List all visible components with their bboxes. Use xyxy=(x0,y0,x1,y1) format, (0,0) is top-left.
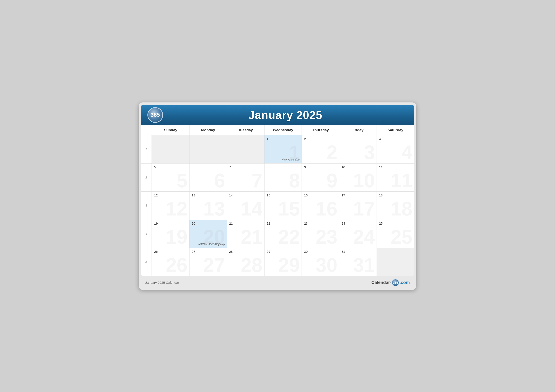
date-number: 5 xyxy=(154,165,187,169)
date-number: 10 xyxy=(342,165,374,169)
cal-cell-week3-day6[interactable]: 1818 xyxy=(377,192,414,220)
date-number: 31 xyxy=(342,250,374,253)
date-number: 4 xyxy=(379,137,412,141)
week-number-1: 1 xyxy=(141,135,152,163)
footer-brand-before: Calendar- xyxy=(371,280,391,285)
cal-cell-week4-day0[interactable]: 1919 xyxy=(152,220,189,248)
footer-brand-after: .com xyxy=(400,280,410,285)
cal-cell-week2-day3[interactable]: 88 xyxy=(264,163,302,192)
date-number: 20 xyxy=(192,221,225,225)
cal-cell-week1-day0[interactable] xyxy=(152,135,189,163)
week-number-5: 5 xyxy=(141,248,152,276)
date-number: 7 xyxy=(229,165,262,169)
holiday-label: New Year's Day xyxy=(282,158,300,161)
cal-cell-week2-day4[interactable]: 99 xyxy=(302,163,339,192)
watermark: 27 xyxy=(203,255,225,275)
week-number-4: 4 xyxy=(141,220,152,248)
cal-cell-week5-day0[interactable]: 2626 xyxy=(152,248,189,276)
watermark: 17 xyxy=(353,199,375,219)
cal-cell-week5-day5[interactable]: 3131 xyxy=(339,248,377,276)
cal-cell-week2-day1[interactable]: 66 xyxy=(189,163,227,192)
watermark: 24 xyxy=(353,227,375,247)
date-number: 28 xyxy=(229,250,262,253)
date-number: 14 xyxy=(229,193,262,197)
date-number: 29 xyxy=(267,250,299,253)
watermark: 26 xyxy=(166,255,188,275)
cal-cell-week2-day2[interactable]: 77 xyxy=(227,163,264,192)
cal-cell-week4-day2[interactable]: 2121 xyxy=(227,220,264,248)
watermark: 8 xyxy=(289,171,300,190)
watermark: 21 xyxy=(241,227,262,247)
watermark: 30 xyxy=(316,255,337,275)
date-number: 6 xyxy=(192,165,225,169)
date-number: 8 xyxy=(267,165,299,169)
cal-cell-week5-day3[interactable]: 2929 xyxy=(264,248,302,276)
cal-cell-week4-day5[interactable]: 2424 xyxy=(339,220,377,248)
date-number: 23 xyxy=(304,221,337,225)
cal-cell-week1-day2[interactable] xyxy=(227,135,264,163)
cal-cell-week3-day2[interactable]: 1414 xyxy=(227,192,264,220)
logo-circle: 365 xyxy=(147,107,163,123)
date-number: 24 xyxy=(342,221,374,225)
footer-brand: Calendar- 365 .com xyxy=(371,279,410,286)
watermark: 10 xyxy=(353,171,375,190)
watermark: 7 xyxy=(252,171,263,190)
cal-cell-week5-day6[interactable] xyxy=(377,248,414,276)
watermark: 13 xyxy=(203,199,225,219)
cal-cell-week2-day6[interactable]: 1111 xyxy=(377,163,414,192)
watermark: 9 xyxy=(327,171,337,190)
footer-brand-number: 365 xyxy=(392,279,399,286)
day-headers-row: Sunday Monday Tuesday Wednesday Thursday… xyxy=(141,125,414,135)
watermark: 19 xyxy=(166,227,188,247)
cal-cell-week1-day1[interactable] xyxy=(189,135,227,163)
cal-cell-week1-day5[interactable]: 33 xyxy=(339,135,377,163)
date-number: 18 xyxy=(379,193,412,197)
cal-cell-week5-day2[interactable]: 2828 xyxy=(227,248,264,276)
calendar-container: 365 January 2025 Sunday Monday Tuesday W… xyxy=(139,102,416,290)
watermark: 23 xyxy=(316,227,337,247)
cal-cell-week3-day4[interactable]: 1616 xyxy=(302,192,339,220)
day-header-wednesday: Wednesday xyxy=(264,125,302,135)
week-number-2: 2 xyxy=(141,163,152,192)
cal-cell-week3-day5[interactable]: 1717 xyxy=(339,192,377,220)
cal-cell-week5-day4[interactable]: 3030 xyxy=(302,248,339,276)
cal-cell-week3-day1[interactable]: 1313 xyxy=(189,192,227,220)
week-number-3: 3 xyxy=(141,192,152,220)
watermark: 16 xyxy=(316,199,337,219)
date-number: 27 xyxy=(192,250,225,253)
cal-cell-week5-day1[interactable]: 2727 xyxy=(189,248,227,276)
cal-cell-week3-day3[interactable]: 1515 xyxy=(264,192,302,220)
cal-cell-week2-day0[interactable]: 55 xyxy=(152,163,189,192)
cal-cell-week3-day0[interactable]: 1212 xyxy=(152,192,189,220)
holiday-label: Martin Luther King Day xyxy=(198,242,225,246)
cal-cell-week2-day5[interactable]: 1010 xyxy=(339,163,377,192)
week-num-header-spacer xyxy=(141,125,152,135)
date-number: 1 xyxy=(267,137,299,141)
day-header-tuesday: Tuesday xyxy=(227,125,264,135)
calendar-title: January 2025 xyxy=(163,108,408,121)
cal-cell-week1-day4[interactable]: 22 xyxy=(302,135,339,163)
cal-cell-week1-day6[interactable]: 44 xyxy=(377,135,414,163)
footer-left-text: January 2025 Calendar xyxy=(145,281,179,284)
cal-cell-week4-day6[interactable]: 2525 xyxy=(377,220,414,248)
watermark: 18 xyxy=(391,199,412,219)
day-header-friday: Friday xyxy=(339,125,377,135)
date-number: 16 xyxy=(304,193,337,197)
date-number: 17 xyxy=(342,193,374,197)
footer: January 2025 Calendar Calendar- 365 .com xyxy=(141,276,414,288)
watermark: 22 xyxy=(278,227,300,247)
cal-cell-week1-day3[interactable]: 1New Year's Day1 xyxy=(264,135,302,163)
date-number: 3 xyxy=(342,137,374,141)
date-number: 22 xyxy=(267,221,299,225)
date-number: 15 xyxy=(267,193,299,197)
date-number: 12 xyxy=(154,193,187,197)
cal-cell-week4-day1[interactable]: 20Martin Luther King Day20 xyxy=(189,220,227,248)
logo-text: 365 xyxy=(150,112,160,118)
calendar-grid: 11New Year's Day122334425566778899101011… xyxy=(141,135,414,276)
cal-cell-week4-day3[interactable]: 2222 xyxy=(264,220,302,248)
calendar-body: Sunday Monday Tuesday Wednesday Thursday… xyxy=(141,125,414,276)
cal-cell-week4-day4[interactable]: 2323 xyxy=(302,220,339,248)
date-number: 30 xyxy=(304,250,337,253)
watermark: 28 xyxy=(241,255,262,275)
date-number: 11 xyxy=(379,165,412,169)
